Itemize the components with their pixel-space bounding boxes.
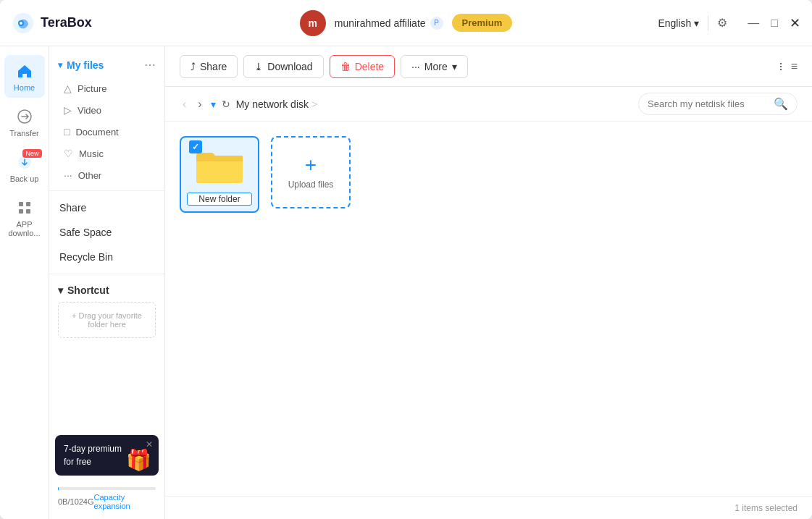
settings-icon[interactable]: ⚙ — [717, 17, 727, 29]
tree-item-picture[interactable]: △ Picture — [49, 77, 164, 99]
title-right: English ▾ ⚙ — □ ✕ — [537, 16, 800, 30]
shortcut-arrow-icon: ▾ — [58, 284, 63, 296]
logo-area: TeraBox — [12, 12, 275, 35]
trash-icon: 🗑 — [340, 61, 351, 72]
search-area[interactable]: 🔍 — [638, 93, 798, 115]
folder-name-input[interactable] — [187, 193, 252, 206]
share-icon: ⤴ — [191, 61, 196, 72]
sidebar-item-backup[interactable]: New Back up — [4, 146, 45, 189]
dropdown-arrow-icon: ▾ — [58, 60, 62, 70]
tree-item-other[interactable]: ··· Other — [49, 164, 164, 186]
toolbar: ⤴ Share ⤓ Download 🗑 Delete ··· More ▾ — [165, 46, 812, 87]
download-icon: ⤓ — [254, 61, 263, 72]
title-center: m munirahmed affiliate P Premium — [275, 10, 537, 36]
storage-info: 0B/1024G — [58, 497, 94, 506]
tree-item-share[interactable]: Share — [49, 195, 164, 220]
search-icon[interactable]: 🔍 — [774, 97, 788, 111]
tree-item-video[interactable]: ▷ Video — [49, 99, 164, 121]
banner-emoji: 🎁 — [126, 448, 151, 472]
svg-rect-7 — [19, 209, 23, 214]
status-bar: 1 items selected — [165, 496, 812, 519]
folder-icon-wrapper: ✓ — [193, 143, 246, 188]
layout-icon[interactable]: ≡ — [791, 60, 798, 73]
sidebar-icons: Home Transfer New Back up APP downlo — [0, 46, 49, 519]
premium-button[interactable]: Premium — [452, 14, 513, 32]
svg-point-2 — [20, 22, 22, 25]
path-bar: ‹ › ▾ ↻ My network disk > 🔍 — [165, 87, 812, 122]
video-icon: ▷ — [64, 104, 72, 116]
folder-svg-icon — [195, 145, 244, 186]
avatar: m — [300, 10, 326, 36]
close-button[interactable]: ✕ — [790, 17, 800, 30]
tree-item-music[interactable]: ♡ Music — [49, 143, 164, 164]
search-input[interactable] — [648, 98, 768, 109]
path-dropdown-icon: ▾ — [211, 98, 216, 110]
app-icon — [14, 198, 35, 218]
transfer-icon — [14, 106, 35, 127]
title-bar: TeraBox m munirahmed affiliate P Premium… — [0, 0, 812, 46]
breadcrumb-sep: > — [311, 98, 317, 110]
storage-expand-link[interactable]: Capacity expansion — [94, 493, 156, 510]
storage-section: 0B/1024G Capacity expansion — [49, 481, 164, 519]
share-button[interactable]: ⤴ Share — [180, 55, 238, 78]
tree-item-safespace[interactable]: Safe Space — [49, 220, 164, 245]
document-icon: □ — [64, 126, 70, 138]
svg-rect-6 — [26, 202, 30, 206]
refresh-button[interactable]: ↻ — [222, 98, 230, 110]
more-options-icon[interactable]: ⋯ — [144, 58, 156, 72]
sidebar-tree: ▾ My files ⋯ △ Picture ▷ Video □ Documen… — [49, 46, 165, 519]
upload-plus-icon: + — [305, 155, 317, 175]
download-button[interactable]: ⤓ Download — [243, 55, 323, 78]
window-controls: — □ ✕ — [748, 17, 800, 30]
content-area: ⤴ Share ⤓ Download 🗑 Delete ··· More ▾ — [165, 46, 812, 519]
tree-separator — [49, 190, 164, 191]
storage-bar-fill — [58, 487, 59, 490]
storage-bar-bg — [58, 487, 156, 490]
shortcut-header[interactable]: ▾ Shortcut — [58, 284, 156, 296]
status-text: 1 items selected — [734, 503, 798, 513]
more-chevron-icon: ▾ — [452, 61, 457, 72]
tree-item-document[interactable]: □ Document — [49, 121, 164, 143]
path-dropdown[interactable]: ▾ — [211, 98, 216, 110]
my-files-title: ▾ My files — [58, 59, 104, 71]
sidebar-item-transfer[interactable]: Transfer — [4, 101, 45, 143]
back-button[interactable]: ‹ — [180, 95, 189, 114]
tree-item-recycle[interactable]: Recycle Bin — [49, 245, 164, 269]
toolbar-right: ⫶ ≡ — [778, 60, 798, 73]
sidebar-item-app[interactable]: APP downlo... — [4, 192, 45, 243]
shortcut-section: ▾ Shortcut + Drag your favorite folder h… — [49, 279, 164, 344]
forward-button[interactable]: › — [195, 95, 204, 114]
svg-rect-11 — [196, 156, 243, 161]
delete-button[interactable]: 🗑 Delete — [330, 55, 395, 78]
music-icon: ♡ — [64, 148, 73, 159]
chevron-down-icon: ▾ — [694, 17, 699, 29]
file-item-new-folder[interactable]: ✓ — [180, 136, 259, 213]
breadcrumb: My network disk > — [236, 98, 318, 110]
maximize-button[interactable]: □ — [771, 17, 778, 29]
username-text: munirahmed affiliate P — [335, 17, 443, 30]
divider — [708, 16, 708, 30]
logo-icon — [12, 12, 35, 35]
more-dots-icon: ··· — [411, 61, 420, 72]
svg-rect-5 — [19, 202, 23, 206]
premium-banner[interactable]: ✕ 7-day premium for free 🎁 — [55, 435, 159, 476]
tree-separator-2 — [49, 274, 164, 274]
filter-icon[interactable]: ⫶ — [778, 60, 784, 73]
svg-rect-8 — [26, 209, 30, 214]
new-badge: New — [22, 149, 41, 158]
my-files-header[interactable]: ▾ My files ⋯ — [49, 52, 164, 77]
main-layout: Home Transfer New Back up APP downlo — [0, 46, 812, 519]
more-button[interactable]: ··· More ▾ — [401, 55, 468, 78]
upload-files-tile[interactable]: + Upload files — [271, 136, 351, 208]
language-selector[interactable]: English ▾ — [658, 17, 699, 29]
checkbox-overlay: ✓ — [189, 140, 202, 153]
minimize-button[interactable]: — — [748, 17, 759, 29]
file-grid: ✓ — [165, 122, 812, 496]
svg-rect-10 — [196, 159, 243, 183]
app-title: TeraBox — [41, 15, 92, 30]
other-icon: ··· — [64, 169, 72, 181]
sidebar-item-home[interactable]: Home — [4, 55, 45, 98]
shortcut-drop-area: + Drag your favorite folder here — [58, 302, 156, 338]
affiliate-badge: P — [430, 17, 443, 30]
picture-icon: △ — [64, 83, 72, 94]
